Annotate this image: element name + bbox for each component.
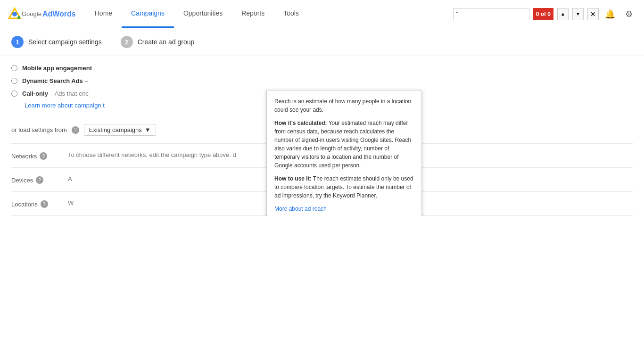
logo-area: Google AdWords [8, 7, 76, 21]
nav-reports[interactable]: Reports [232, 0, 274, 28]
adwords-logo-icon [8, 7, 22, 21]
nav-campaigns[interactable]: Campaigns [122, 0, 174, 28]
dropdown-arrow-icon: ▼ [145, 126, 151, 133]
tooltip-how-calc-label: How it's calculated: [274, 120, 327, 126]
step-2-circle: 2 [121, 36, 133, 48]
tooltip-how-calc-text: Your estimated reach may differ from cen… [274, 120, 411, 169]
option-callonly-label: Call-only – Ads that enc [22, 90, 89, 97]
top-right-area: 0 of 0 ▲ ▼ ✕ 🔔 ⚙ [453, 7, 636, 22]
top-search-bar [453, 8, 529, 20]
tooltip-how-calculated: How it's calculated: Your estimated reac… [274, 119, 414, 170]
search-count-badge: 0 of 0 [533, 8, 553, 20]
devices-content: A [68, 175, 72, 182]
load-settings-label: or load settings from [11, 126, 67, 133]
logo-adwords-text: AdWords [42, 10, 76, 18]
locations-help-icon[interactable]: ? [41, 200, 48, 208]
main-nav: Home Campaigns Opportunities Reports Too… [85, 0, 308, 28]
devices-label: Devices ? [11, 175, 58, 184]
tooltip-link-ad-reach[interactable]: More about ad reach [274, 205, 414, 213]
notifications-icon[interactable]: 🔔 [603, 7, 618, 22]
step-header: 1 Select campaign settings 2 Create an a… [0, 28, 644, 56]
tooltip-popup: Reach is an estimate of how many people … [266, 90, 422, 216]
search-prev-button[interactable]: ▲ [557, 8, 569, 20]
option-callonly-radio[interactable] [11, 90, 17, 97]
existing-campaigns-dropdown[interactable]: Existing campaigns ▼ [84, 124, 156, 136]
devices-help-icon[interactable]: ? [36, 176, 43, 184]
svg-point-2 [17, 16, 20, 19]
nav-opportunities[interactable]: Opportunities [174, 0, 232, 28]
svg-point-1 [12, 12, 17, 16]
locations-label: Locations ? [11, 199, 58, 208]
tooltip-link-keyword-planner[interactable]: More about Keyword Planner [274, 215, 414, 216]
networks-text: To choose different networks, edit the c… [68, 151, 236, 158]
step-1-label: Select campaign settings [28, 38, 102, 46]
top-bar: Google AdWords Home Campaigns Opportunit… [0, 0, 644, 28]
step-2-item: 2 Create an ad group [121, 36, 195, 48]
tooltip-title: Reach is an estimate of how many people … [274, 97, 414, 114]
networks-help-icon[interactable]: ? [40, 152, 47, 160]
tooltip-how-use-label: How to use it: [274, 175, 312, 182]
top-search-input[interactable] [454, 8, 529, 20]
option-dynamic-radio[interactable] [11, 78, 17, 84]
step-1-item: 1 Select campaign settings [11, 36, 102, 48]
step-1-circle: 1 [11, 36, 24, 48]
locations-content: W [68, 199, 74, 206]
main-content: Mobile app engagement Dynamic Search Ads… [0, 56, 644, 216]
settings-icon[interactable]: ⚙ [621, 7, 636, 22]
option-mobile-radio[interactable] [11, 65, 17, 71]
load-settings-help-icon[interactable]: ? [72, 126, 79, 134]
logo-google-text: Google [22, 10, 41, 17]
option-dynamic-row: Dynamic Search Ads – [11, 74, 633, 87]
networks-content: To choose different networks, edit the c… [68, 151, 236, 158]
search-next-button[interactable]: ▼ [572, 8, 584, 20]
networks-label: Networks ? [11, 151, 58, 160]
nav-tools[interactable]: Tools [274, 0, 308, 28]
step-2-label: Create an ad group [138, 38, 195, 46]
option-mobile-label: Mobile app engagement [22, 65, 92, 72]
option-dynamic-label: Dynamic Search Ads – [22, 77, 88, 84]
tooltip-how-to-use: How to use it: The reach estimate should… [274, 174, 414, 200]
nav-home[interactable]: Home [85, 0, 122, 28]
search-close-button[interactable]: ✕ [587, 8, 599, 20]
option-mobile-row: Mobile app engagement [11, 62, 633, 74]
